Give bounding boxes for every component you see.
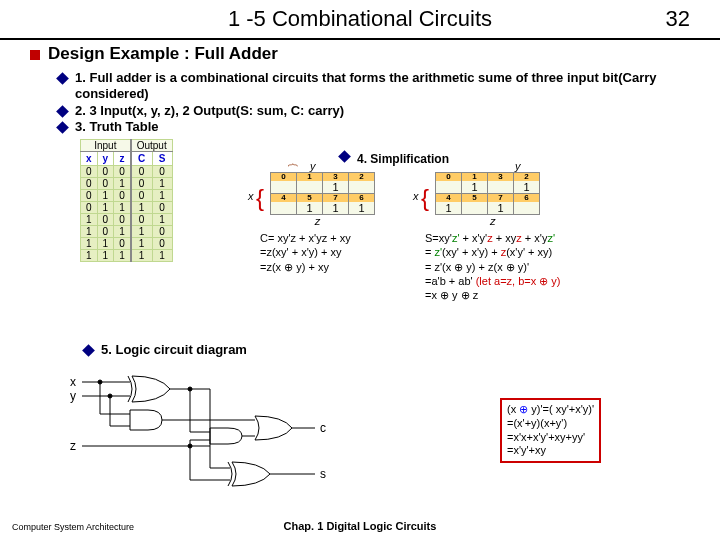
eq-line: =a'b + ab' (let a=z, b=x ⊕ y) — [425, 274, 561, 288]
svg-text:z: z — [70, 439, 76, 453]
kmap-s: y x { 0 113 21415 716 z S=xy'z' + x'y'z … — [425, 170, 561, 302]
tt-group-output: Output — [131, 140, 173, 152]
derivation-note: (x ⊕ y)'=( xy'+x'y)' =(x'+y)(x+y') =x'x+… — [500, 398, 601, 463]
bullet-square-icon — [30, 50, 40, 60]
eq-line: = z'(x ⊕ y) + z(x ⊕ y)' — [425, 260, 561, 274]
bullet-3: 3. Truth Table — [58, 119, 690, 135]
brace-icon: { — [256, 184, 264, 212]
eq-line: C= xy'z + x'yz + xy — [260, 231, 375, 245]
bullet-2: 2. 3 Input(x, y, z), 2 Output(S: sum, C:… — [58, 103, 690, 119]
tt-col: y — [97, 152, 114, 166]
bullet-3-text: 3. Truth Table — [75, 119, 159, 135]
note-line: =(x'+y)(x+y') — [507, 417, 594, 431]
tt-col: z — [114, 152, 131, 166]
axis-z: z — [425, 215, 561, 227]
bullet-1-text: 1. Full adder is a combinational circuit… — [75, 70, 690, 103]
bullet-2-text: 2. 3 Input(x, y, z), 2 Output(S: sum, C:… — [75, 103, 344, 119]
eq-line: = z'(xy' + x'y) + z(x'y' + xy) — [425, 245, 561, 259]
note-line: =x'y'+xy — [507, 444, 594, 458]
bullet-diamond-icon — [82, 344, 95, 357]
tt-col: C — [131, 152, 152, 166]
svg-text:y: y — [70, 389, 76, 403]
footer-center: Chap. 1 Digital Logic Circuits — [0, 520, 720, 532]
tt-col: S — [152, 152, 172, 166]
bullet-5: 5. Logic circuit diagram — [84, 342, 247, 358]
bullet-5-text: 5. Logic circuit diagram — [101, 342, 247, 358]
bullet-diamond-icon — [338, 150, 351, 163]
eq-line: =z(x ⊕ y) + xy — [260, 260, 375, 274]
eq-line: =z(xy' + x'y) + xy — [260, 245, 375, 259]
eq-s: S=xy'z' + x'y'z + xyz + x'yz' = z'(xy' +… — [425, 231, 561, 302]
tt-group-input: Input — [81, 140, 131, 152]
eq-line: S=xy'z' + x'y'z + xyz + x'yz' — [425, 231, 561, 245]
heading-text: Design Example : Full Adder — [48, 44, 278, 63]
title-underline — [0, 38, 720, 40]
eq-line: =x ⊕ y ⊕ z — [425, 288, 561, 302]
page-number: 32 — [666, 6, 690, 32]
logic-circuit-diagram: x y z c s — [70, 372, 370, 502]
axis-y: y — [310, 160, 316, 172]
bullet-4-text: 4. Simplification — [357, 152, 449, 166]
svg-text:s: s — [320, 467, 326, 481]
bullet-diamond-icon — [56, 121, 69, 134]
bullet-diamond-icon — [56, 72, 69, 85]
bullet-1: 1. Full adder is a combinational circuit… — [58, 70, 690, 103]
note-line: (x ⊕ y)'=( xy'+x'y)' — [507, 403, 594, 417]
axis-x: x — [413, 190, 419, 202]
axis-x: x — [248, 190, 254, 202]
svg-text:x: x — [70, 375, 76, 389]
note-line: =x'x+x'y'+xy+yy' — [507, 431, 594, 445]
eq-c: C= xy'z + x'yz + xy =z(xy' + x'y) + xy =… — [260, 231, 375, 274]
bullet-diamond-icon — [56, 105, 69, 118]
truth-table: InputOutput x y z C S 000000010101001011… — [80, 139, 173, 262]
brace-icon: { — [421, 184, 429, 212]
bullet-4: 4. Simplification — [340, 152, 561, 166]
axis-y: y — [515, 160, 521, 172]
kmap-c: y ⏞ x { 0 1 312 4 517161 z C= xy'z + x'y… — [260, 170, 375, 302]
heading: Design Example : Full Adder — [30, 44, 690, 64]
slide-title: 1 -5 Combinational Circuits — [0, 0, 720, 32]
tt-col: x — [81, 152, 98, 166]
svg-text:c: c — [320, 421, 326, 435]
axis-z: z — [260, 215, 375, 227]
